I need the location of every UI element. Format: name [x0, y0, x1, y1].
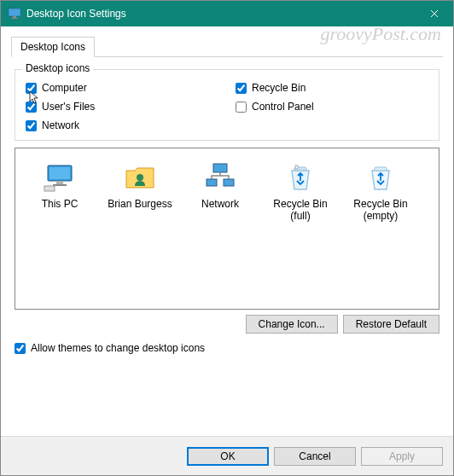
- checkbox-computer[interactable]: Computer: [26, 82, 218, 94]
- checkbox-grid: Computer Recycle Bin User's Files Contro…: [26, 82, 428, 131]
- allow-themes-input[interactable]: [15, 343, 26, 354]
- groupbox-label: Desktop icons: [22, 62, 93, 74]
- checkbox-computer-input[interactable]: [26, 83, 37, 94]
- checkbox-recycle-bin-input[interactable]: [236, 83, 247, 94]
- tab-desktop-icons[interactable]: Desktop Icons: [11, 37, 95, 57]
- checkbox-computer-label: Computer: [42, 82, 87, 94]
- icon-network-label: Network: [201, 198, 239, 210]
- svg-rect-0: [9, 9, 20, 16]
- icon-this-pc-label: This PC: [42, 198, 79, 210]
- icon-network[interactable]: Network: [183, 157, 258, 213]
- svg-rect-4: [49, 167, 70, 179]
- apply-button: Apply: [361, 447, 443, 466]
- change-icon-button[interactable]: Change Icon...: [246, 315, 338, 334]
- content-area: Desktop Icons Desktop icons Computer Rec…: [1, 26, 453, 364]
- checkbox-network-label: Network: [42, 119, 79, 131]
- tab-strip: Desktop Icons: [11, 37, 443, 57]
- icon-user-folder-label: Brian Burgess: [108, 198, 172, 210]
- svg-rect-12: [295, 165, 298, 169]
- icon-action-row: Change Icon... Restore Default: [15, 315, 439, 334]
- icon-recycle-full[interactable]: Recycle Bin (full): [263, 157, 338, 226]
- svg-rect-9: [213, 164, 227, 172]
- svg-rect-10: [207, 179, 217, 186]
- icon-recycle-empty[interactable]: Recycle Bin (empty): [343, 157, 418, 226]
- checkbox-control-panel[interactable]: Control Panel: [236, 101, 428, 113]
- cancel-button[interactable]: Cancel: [274, 447, 356, 466]
- dialog-footer: OK Cancel Apply: [1, 436, 453, 475]
- checkbox-network[interactable]: Network: [26, 119, 218, 131]
- icon-this-pc[interactable]: This PC: [22, 157, 97, 213]
- checkbox-users-files-label: User's Files: [42, 101, 95, 113]
- allow-themes-label: Allow themes to change desktop icons: [31, 342, 205, 354]
- desktop-icons-groupbox: Desktop icons Computer Recycle Bin User'…: [15, 69, 439, 141]
- window-title: Desktop Icon Settings: [26, 8, 415, 20]
- svg-point-8: [137, 174, 143, 181]
- checkbox-recycle-bin[interactable]: Recycle Bin: [236, 82, 428, 94]
- checkbox-control-panel-input[interactable]: [236, 102, 247, 113]
- allow-themes-checkbox[interactable]: Allow themes to change desktop icons: [15, 342, 439, 354]
- svg-rect-7: [44, 186, 55, 191]
- ok-button[interactable]: OK: [187, 447, 269, 466]
- checkbox-users-files-input[interactable]: [26, 102, 37, 113]
- svg-rect-5: [56, 181, 63, 184]
- checkbox-recycle-bin-label: Recycle Bin: [252, 82, 306, 94]
- titlebar: Desktop Icon Settings: [1, 1, 453, 26]
- checkbox-control-panel-label: Control Panel: [252, 101, 314, 113]
- checkbox-network-input[interactable]: [26, 120, 37, 131]
- restore-default-button[interactable]: Restore Default: [343, 315, 439, 334]
- svg-rect-11: [224, 179, 234, 186]
- close-button[interactable]: [415, 1, 453, 26]
- svg-rect-2: [11, 18, 18, 19]
- svg-rect-1: [13, 16, 16, 18]
- icon-recycle-full-label: Recycle Bin (full): [263, 198, 338, 223]
- checkbox-users-files[interactable]: User's Files: [26, 101, 218, 113]
- icon-recycle-empty-label: Recycle Bin (empty): [343, 198, 418, 223]
- app-icon: [8, 7, 21, 20]
- icon-preview-well: This PC Brian Burgess Network Recycle Bi…: [15, 148, 439, 310]
- icon-user-folder[interactable]: Brian Burgess: [102, 157, 178, 213]
